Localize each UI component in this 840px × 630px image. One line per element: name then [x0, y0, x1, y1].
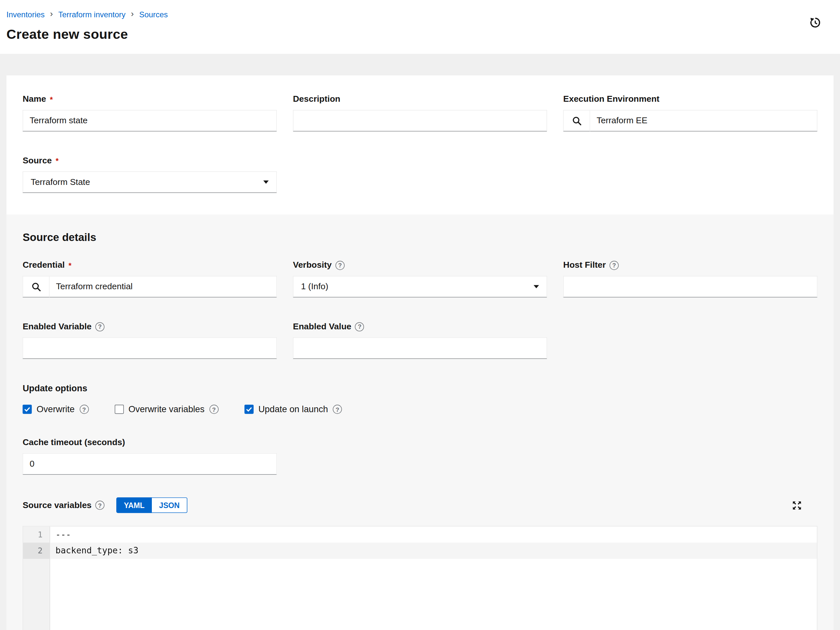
editor-code-area: --- backend_type: s3 — [50, 527, 817, 630]
help-icon[interactable]: ? — [336, 261, 345, 270]
source-variables-label: Source variables ? — [22, 500, 104, 511]
verbosity-field: Verbosity ? 1 (Info) — [293, 260, 547, 298]
source-details-heading: Source details — [22, 231, 817, 244]
page-title: Create new source — [6, 27, 840, 42]
execution-environment-label: Execution Environment — [564, 94, 818, 104]
yaml-toggle-button[interactable]: YAML — [116, 497, 152, 513]
source-label: Source * — [22, 155, 276, 166]
chevron-right-icon: › — [131, 10, 134, 19]
json-toggle-button[interactable]: JSON — [152, 497, 187, 513]
editor-line-numbers: 1 2 — [23, 527, 50, 630]
history-button[interactable] — [809, 16, 822, 29]
cache-timeout-field: Cache timeout (seconds) — [22, 437, 276, 475]
line-number-active: 2 — [23, 543, 49, 559]
update-options-row: Overwrite ? Overwrite variables ? — [22, 404, 817, 414]
credential-field: Credential * — [22, 260, 276, 298]
breadcrumb: Inventories › Terraform inventory › Sour… — [6, 10, 840, 19]
page: Inventories › Terraform inventory › Sour… — [0, 0, 840, 630]
cache-timeout-input[interactable] — [22, 453, 276, 475]
name-input[interactable] — [22, 110, 276, 131]
enabled-value-label: Enabled Value ? — [293, 321, 547, 332]
execution-environment-search-button[interactable] — [564, 110, 591, 131]
update-on-launch-checkbox-label: Update on launch — [258, 404, 328, 414]
caret-down-icon — [534, 285, 539, 288]
enabled-value-input[interactable] — [293, 337, 547, 359]
host-filter-label-text: Host Filter — [564, 260, 606, 271]
form-main-section: Name * Description Execution Envir — [6, 75, 834, 214]
enabled-value-label-text: Enabled Value — [293, 321, 351, 332]
name-field: Name * — [22, 94, 276, 132]
help-icon[interactable]: ? — [95, 500, 104, 510]
update-options-heading: Update options — [22, 383, 817, 393]
help-icon[interactable]: ? — [609, 261, 619, 270]
breadcrumb-link-sources[interactable]: Sources — [139, 10, 168, 19]
breadcrumb-link-inventories[interactable]: Inventories — [6, 10, 45, 19]
chevron-right-icon: › — [50, 10, 53, 19]
format-toggle-group: YAML JSON — [116, 497, 187, 513]
search-icon — [31, 282, 41, 291]
verbosity-selected-value: 1 (Info) — [301, 282, 328, 291]
verbosity-label-text: Verbosity — [293, 260, 332, 271]
required-asterisk: * — [50, 94, 53, 105]
source-details-section: Source details Credential * — [6, 215, 834, 630]
help-icon[interactable]: ? — [333, 405, 342, 414]
cache-timeout-label-text: Cache timeout (seconds) — [22, 437, 125, 448]
execution-environment-field: Execution Environment — [564, 94, 818, 132]
description-label: Description — [293, 94, 547, 104]
source-label-text: Source — [22, 155, 52, 166]
credential-label: Credential * — [22, 260, 276, 271]
required-asterisk: * — [56, 156, 58, 167]
source-variables-label-text: Source variables — [22, 500, 92, 511]
enabled-variable-label: Enabled Variable ? — [22, 321, 276, 332]
source-select[interactable]: Terraform State — [22, 171, 276, 193]
credential-search-button[interactable] — [22, 276, 49, 298]
update-on-launch-checkbox[interactable]: Update on launch ? — [245, 404, 342, 414]
help-icon[interactable]: ? — [95, 322, 104, 331]
name-label: Name * — [22, 94, 276, 104]
overwrite-checkbox-label: Overwrite — [36, 404, 74, 414]
caret-down-icon — [263, 180, 269, 184]
page-header: Inventories › Terraform inventory › Sour… — [0, 0, 840, 54]
page-body: Name * Description Execution Envir — [0, 54, 840, 630]
search-icon — [572, 116, 582, 125]
code-line: --- — [50, 527, 817, 543]
execution-environment-input[interactable] — [590, 110, 817, 131]
description-input[interactable] — [293, 110, 547, 131]
line-number: 1 — [23, 527, 49, 543]
expand-arrows-icon — [791, 500, 802, 511]
checkbox-box — [245, 405, 254, 414]
enabled-value-field: Enabled Value ? — [293, 321, 547, 359]
verbosity-label: Verbosity ? — [293, 260, 547, 271]
create-source-form-card: Name * Description Execution Envir — [6, 75, 834, 630]
help-icon[interactable]: ? — [210, 405, 219, 414]
host-filter-input[interactable] — [564, 276, 818, 298]
source-selected-value: Terraform State — [31, 177, 90, 187]
description-label-text: Description — [293, 94, 340, 104]
breadcrumb-link-terraform-inventory[interactable]: Terraform inventory — [58, 10, 125, 19]
enabled-variable-label-text: Enabled Variable — [22, 321, 92, 332]
required-asterisk: * — [68, 260, 71, 271]
credential-input[interactable] — [49, 276, 276, 298]
host-filter-field: Host Filter ? — [564, 260, 818, 298]
source-field: Source * Terraform State — [22, 155, 276, 193]
overwrite-variables-checkbox[interactable]: Overwrite variables ? — [114, 404, 218, 414]
name-label-text: Name — [22, 94, 46, 104]
overwrite-variables-checkbox-label: Overwrite variables — [128, 404, 204, 414]
verbosity-select[interactable]: 1 (Info) — [293, 276, 547, 298]
cache-timeout-label: Cache timeout (seconds) — [22, 437, 276, 448]
source-variables-editor[interactable]: 1 2 --- backend_type: s3 — [22, 526, 817, 630]
enabled-variable-input[interactable] — [22, 337, 276, 359]
source-variables-header: Source variables ? YAML JSON — [22, 497, 817, 513]
help-icon[interactable]: ? — [355, 322, 364, 331]
expand-editor-button[interactable] — [791, 500, 802, 511]
description-field: Description — [293, 94, 547, 132]
checkbox-box — [114, 405, 123, 414]
code-line-active: backend_type: s3 — [50, 543, 817, 559]
execution-environment-label-text: Execution Environment — [564, 94, 660, 104]
checkbox-box — [22, 405, 32, 414]
overwrite-checkbox[interactable]: Overwrite ? — [22, 404, 88, 414]
history-icon — [809, 16, 822, 29]
help-icon[interactable]: ? — [79, 405, 88, 414]
host-filter-label: Host Filter ? — [564, 260, 818, 271]
credential-label-text: Credential — [22, 260, 65, 271]
